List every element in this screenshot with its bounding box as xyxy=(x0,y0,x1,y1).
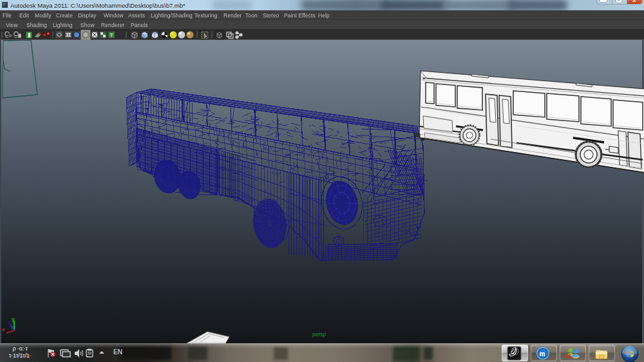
svg-text:m: m xyxy=(540,350,545,357)
svg-text:y: y xyxy=(12,316,15,322)
svg-text:T: T xyxy=(110,32,113,38)
svg-text:x: x xyxy=(2,327,5,332)
svg-text:persp: persp xyxy=(312,331,327,338)
